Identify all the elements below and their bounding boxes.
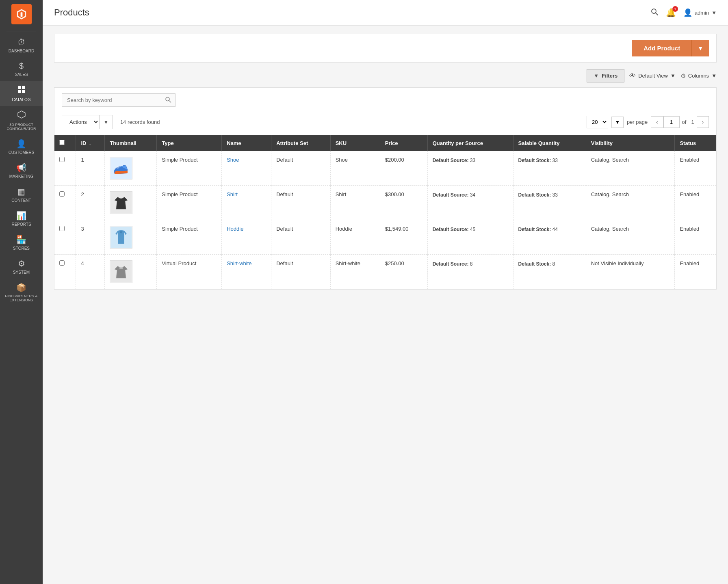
table-row: 3 Simple Product Hoddie Default Hoddie $…: [54, 220, 716, 255]
next-page-button[interactable]: ›: [697, 116, 709, 128]
col-qty-source: Quantity per Source: [427, 135, 513, 151]
row-checkbox[interactable]: [54, 186, 76, 220]
row-name[interactable]: Shoe: [222, 151, 271, 186]
main-content: Products 🔔 1 👤 admin ▼: [43, 0, 728, 584]
admin-user-menu[interactable]: 👤 admin ▼: [683, 8, 717, 17]
actions-select[interactable]: Actions: [62, 115, 99, 129]
sidebar-label-content: CONTENT: [11, 198, 31, 203]
add-product-button[interactable]: Add Product: [632, 40, 692, 56]
content-area: Add Product ▼ ▼ Filters 👁 Default View ▼: [43, 26, 728, 584]
sidebar-item-system[interactable]: ⚙ SYSTEM: [0, 255, 43, 279]
row-name[interactable]: Hoddie: [222, 220, 271, 255]
col-id[interactable]: ID ↓: [76, 135, 105, 151]
row-thumbnail: [105, 151, 157, 186]
sidebar-item-customers[interactable]: 👤 CUSTOMERS: [0, 135, 43, 159]
add-product-dropdown-arrow: ▼: [698, 45, 703, 52]
row-qty-source: Default Source: 33: [427, 151, 513, 186]
row-id: 4: [76, 255, 105, 289]
sidebar-item-dashboard[interactable]: ⏱ DASHBOARD: [0, 34, 43, 57]
salable-value: 44: [552, 227, 558, 232]
row-name[interactable]: Shirt-white: [222, 255, 271, 289]
row-checkbox[interactable]: [54, 151, 76, 186]
dashboard-icon: ⏱: [17, 38, 26, 47]
sidebar-item-partners[interactable]: 📦 FIND PARTNERS & EXTENSIONS: [0, 279, 43, 306]
svg-rect-3: [18, 90, 21, 93]
col-status: Status: [675, 135, 716, 151]
svg-marker-5: [18, 111, 25, 118]
row-name[interactable]: Shirt: [222, 186, 271, 220]
prev-page-button[interactable]: ‹: [651, 116, 663, 128]
columns-selector[interactable]: ⚙ Columns ▼: [680, 72, 717, 80]
sidebar-item-reports[interactable]: 📊 REPORTS: [0, 207, 43, 231]
col-name: Name: [222, 135, 271, 151]
row-type: Simple Product: [157, 186, 222, 220]
search-row: [54, 88, 716, 111]
row-select-checkbox[interactable]: [59, 191, 65, 197]
row-select-checkbox[interactable]: [59, 260, 65, 266]
row-id: 3: [76, 220, 105, 255]
products-table-wrapper: ID ↓ Thumbnail Type Name Attribute Set S…: [54, 135, 716, 289]
row-status: Enabled: [675, 186, 716, 220]
pagination-wrap: 20 ▼ per page ‹ of 1 ›: [587, 116, 709, 128]
table-header: ID ↓ Thumbnail Type Name Attribute Set S…: [54, 135, 716, 151]
header-search-icon[interactable]: [650, 8, 659, 18]
catalog-icon: [17, 85, 26, 96]
col-visibility: Visibility: [586, 135, 675, 151]
page-title: Products: [54, 7, 89, 18]
view-dropdown-arrow: ▼: [670, 73, 676, 79]
row-thumbnail: [105, 186, 157, 220]
sidebar-label-sales: SALES: [15, 72, 28, 77]
sidebar-item-marketing[interactable]: 📢 MARKETING: [0, 159, 43, 183]
row-visibility: Catalog, Search: [586, 151, 675, 186]
actions-select-wrap: Actions ▼: [62, 115, 113, 129]
row-thumbnail: [105, 220, 157, 255]
sidebar-item-stores[interactable]: 🏪 STORES: [0, 231, 43, 255]
page-nav: ‹ of 1 ›: [651, 116, 709, 128]
col-thumbnail: Thumbnail: [105, 135, 157, 151]
sales-icon: $: [19, 61, 24, 71]
per-page-select[interactable]: 20: [587, 116, 608, 128]
salable-label: Default Stock:: [518, 192, 551, 198]
row-salable-qty: Default Stock: 8: [513, 255, 586, 289]
row-visibility: Catalog, Search: [586, 186, 675, 220]
filters-button[interactable]: ▼ Filters: [587, 69, 624, 82]
salable-label: Default Stock:: [518, 158, 551, 163]
sidebar-item-sales[interactable]: $ SALES: [0, 57, 43, 81]
product-thumbnail-image: [110, 226, 132, 249]
row-checkbox[interactable]: [54, 255, 76, 289]
qty-source-value: 8: [470, 261, 473, 267]
select-all-checkbox[interactable]: [59, 140, 65, 145]
sidebar-label-marketing: MARKETING: [9, 174, 33, 179]
row-checkbox[interactable]: [54, 220, 76, 255]
add-product-dropdown-button[interactable]: ▼: [692, 40, 709, 56]
row-sku: Shoe: [330, 151, 380, 186]
row-salable-qty: Default Stock: 33: [513, 186, 586, 220]
col-sku: SKU: [330, 135, 380, 151]
admin-dropdown-arrow: ▼: [711, 10, 717, 16]
row-price: $1,549.00: [380, 220, 427, 255]
sidebar-item-catalog[interactable]: CATALOG: [0, 81, 43, 106]
default-view-selector[interactable]: 👁 Default View ▼: [629, 72, 676, 80]
svg-point-6: [652, 9, 656, 13]
svg-line-7: [656, 13, 658, 15]
row-salable-qty: Default Stock: 33: [513, 151, 586, 186]
row-select-checkbox[interactable]: [59, 226, 65, 231]
search-input[interactable]: [62, 93, 176, 107]
sidebar-item-content[interactable]: ▦ CONTENT: [0, 183, 43, 207]
current-page-input[interactable]: [663, 116, 680, 128]
row-status: Enabled: [675, 255, 716, 289]
sidebar-logo[interactable]: [11, 4, 32, 24]
sidebar-item-3d[interactable]: 3D PRODUCT CONFIGURATOR: [0, 106, 43, 135]
notification-bell[interactable]: 🔔 1: [666, 8, 676, 17]
row-type: Simple Product: [157, 151, 222, 186]
actions-dropdown-arrow[interactable]: ▼: [99, 115, 113, 129]
admin-label: admin: [695, 10, 709, 16]
row-visibility: Not Visible Individually: [586, 255, 675, 289]
svg-rect-0: [20, 12, 22, 17]
per-page-dropdown-arrow[interactable]: ▼: [611, 117, 624, 128]
sidebar-label-3d: 3D PRODUCT CONFIGURATOR: [2, 123, 41, 131]
search-input-icon[interactable]: [165, 96, 171, 104]
page-header: Products 🔔 1 👤 admin ▼: [43, 0, 728, 26]
qty-source-label: Default Source:: [433, 192, 469, 198]
row-select-checkbox[interactable]: [59, 157, 65, 162]
